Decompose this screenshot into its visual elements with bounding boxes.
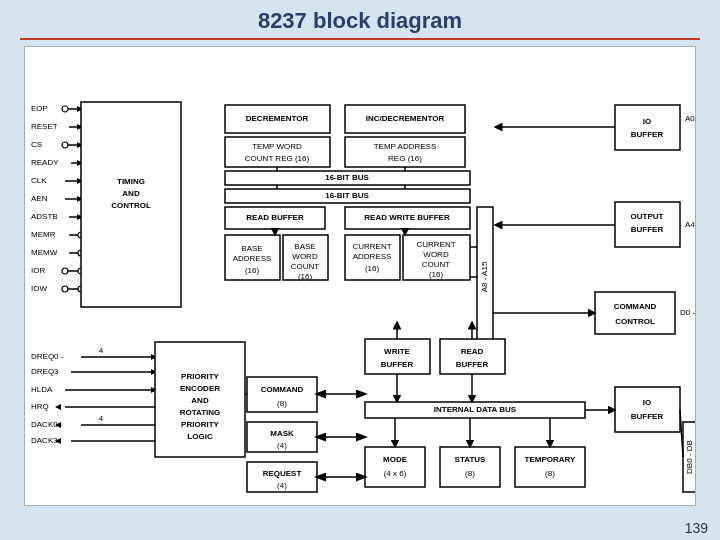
svg-text:CONTROL: CONTROL [111, 201, 151, 210]
svg-text:MODE: MODE [383, 455, 408, 464]
svg-text:TIMING: TIMING [117, 177, 145, 186]
svg-point-6 [62, 106, 68, 112]
svg-text:COMMAND: COMMAND [614, 302, 657, 311]
diagram-container: EOP RESET CS READY CLK AEN [24, 46, 696, 506]
svg-text:A0 - A3: A0 - A3 [685, 114, 696, 123]
svg-point-13 [62, 142, 68, 148]
svg-text:DREQ0 -: DREQ0 - [31, 352, 64, 361]
svg-text:D0 - D1: D0 - D1 [680, 308, 696, 317]
svg-text:(4): (4) [277, 441, 287, 450]
svg-text:COUNT: COUNT [422, 260, 451, 269]
svg-text:PRIORITY: PRIORITY [181, 372, 219, 381]
svg-text:CURRENT: CURRENT [352, 242, 391, 251]
svg-text:16-BIT BUS: 16-BIT BUS [325, 173, 369, 182]
svg-text:IOR: IOR [31, 266, 45, 275]
svg-text:READ BUFFER: READ BUFFER [246, 213, 304, 222]
svg-text:DACK3: DACK3 [31, 436, 58, 445]
svg-text:4: 4 [99, 414, 104, 423]
svg-text:STATUS: STATUS [455, 455, 486, 464]
svg-text:(16): (16) [365, 264, 380, 273]
svg-text:4: 4 [99, 346, 104, 355]
svg-text:COMMAND: COMMAND [261, 385, 304, 394]
svg-text:MASK: MASK [270, 429, 294, 438]
svg-text:ADDRESS: ADDRESS [233, 254, 272, 263]
svg-text:IO: IO [643, 117, 651, 126]
svg-text:ENCODER: ENCODER [180, 384, 220, 393]
svg-text:HRQ: HRQ [31, 402, 49, 411]
svg-text:COUNT REG (16): COUNT REG (16) [245, 154, 310, 163]
svg-text:(8): (8) [277, 399, 287, 408]
svg-text:REG (16): REG (16) [388, 154, 422, 163]
svg-text:READY: READY [31, 158, 59, 167]
svg-text:INTERNAL DATA BUS: INTERNAL DATA BUS [434, 405, 517, 414]
svg-text:A4 - A7: A4 - A7 [685, 220, 696, 229]
svg-rect-143 [365, 447, 425, 487]
svg-text:(8): (8) [545, 469, 555, 478]
svg-text:BUFFER: BUFFER [456, 360, 489, 369]
block-diagram-svg: EOP RESET CS READY CLK AEN [25, 47, 696, 506]
svg-text:(16): (16) [245, 266, 260, 275]
svg-rect-109 [615, 105, 680, 150]
svg-text:WRITE: WRITE [384, 347, 410, 356]
svg-text:TEMP ADDRESS: TEMP ADDRESS [374, 142, 437, 151]
svg-text:HLDA: HLDA [31, 385, 53, 394]
svg-text:REQUEST: REQUEST [263, 469, 302, 478]
svg-text:DB0 - DB: DB0 - DB [685, 440, 694, 474]
svg-text:BASE: BASE [241, 244, 262, 253]
svg-text:WORD: WORD [292, 252, 318, 261]
svg-text:AND: AND [122, 189, 140, 198]
svg-text:EOP: EOP [31, 104, 48, 113]
svg-text:IOW: IOW [31, 284, 47, 293]
svg-text:DREQ3: DREQ3 [31, 367, 59, 376]
svg-point-34 [62, 268, 68, 274]
page-number: 139 [685, 520, 708, 536]
page-title: 8237 block diagram [258, 8, 462, 34]
svg-marker-56 [55, 404, 61, 410]
svg-text:(16): (16) [298, 272, 313, 281]
svg-text:PRIORITY: PRIORITY [181, 420, 219, 429]
svg-text:BUFFER: BUFFER [631, 225, 664, 234]
svg-rect-129 [615, 387, 680, 432]
svg-text:AND: AND [191, 396, 209, 405]
title-underline [20, 38, 700, 40]
svg-text:WORD: WORD [423, 250, 449, 259]
svg-text:ROTATING: ROTATING [180, 408, 221, 417]
svg-text:ADDRESS: ADDRESS [353, 252, 392, 261]
svg-text:COUNT: COUNT [291, 262, 320, 271]
svg-text:AEN: AEN [31, 194, 48, 203]
svg-text:CONTROL: CONTROL [615, 317, 655, 326]
svg-rect-117 [595, 292, 675, 334]
svg-text:16-BIT BUS: 16-BIT BUS [325, 191, 369, 200]
svg-text:TEMPORARY: TEMPORARY [525, 455, 576, 464]
svg-text:(4): (4) [277, 481, 287, 490]
svg-text:(8): (8) [465, 469, 475, 478]
svg-text:BUFFER: BUFFER [631, 130, 664, 139]
svg-text:BUFFER: BUFFER [381, 360, 414, 369]
svg-text:BUFFER: BUFFER [631, 412, 664, 421]
svg-text:RESET: RESET [31, 122, 58, 131]
svg-text:BASE: BASE [294, 242, 315, 251]
svg-text:CS: CS [31, 140, 42, 149]
svg-text:READ WRITE BUFFER: READ WRITE BUFFER [364, 213, 450, 222]
svg-text:(16): (16) [429, 270, 444, 279]
svg-text:CLK: CLK [31, 176, 47, 185]
svg-text:CURRENT: CURRENT [416, 240, 455, 249]
svg-text:TEMP WORD: TEMP WORD [252, 142, 302, 151]
svg-point-38 [62, 286, 68, 292]
svg-text:DECREMENTOR: DECREMENTOR [246, 114, 309, 123]
svg-text:(4 x 6): (4 x 6) [384, 469, 407, 478]
svg-text:LOGIC: LOGIC [187, 432, 213, 441]
svg-text:READ: READ [461, 347, 484, 356]
svg-text:OUTPUT: OUTPUT [631, 212, 664, 221]
svg-text:IO: IO [643, 398, 651, 407]
svg-text:MEMR: MEMR [31, 230, 56, 239]
svg-rect-146 [440, 447, 500, 487]
svg-text:INC/DECREMENTOR: INC/DECREMENTOR [366, 114, 445, 123]
svg-text:MEMW: MEMW [31, 248, 58, 257]
svg-text:ADSTB: ADSTB [31, 212, 58, 221]
page: 8237 block diagram [0, 0, 720, 540]
svg-text:A8 - A15: A8 - A15 [480, 261, 489, 292]
svg-rect-149 [515, 447, 585, 487]
